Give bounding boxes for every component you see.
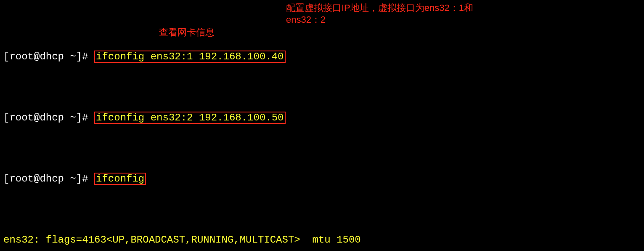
cmd-ifconfig: ifconfig xyxy=(94,173,146,185)
cmd-line-1: [root@dhcp ~]# ifconfig ens32:1 192.168.… xyxy=(3,51,641,63)
annotation-config-line1: 配置虚拟接口IP地址，虚拟接口为ens32：1和 xyxy=(286,3,473,13)
annotation-view-nic: 查看网卡信息 xyxy=(159,27,215,38)
cmd-ifconfig-set-2: ifconfig ens32:2 192.168.100.50 xyxy=(94,112,285,124)
annotation-config-line2: ens32：2 xyxy=(286,14,326,25)
cmd-ifconfig-set-1: ifconfig ens32:1 192.168.100.40 xyxy=(94,51,285,63)
terminal-output: [root@dhcp ~]# ifconfig ens32:1 192.168.… xyxy=(0,0,644,251)
ens32-head: ens32: flags=4163<UP,BROADCAST,RUNNING,M… xyxy=(3,234,641,246)
shell-prompt: [root@dhcp ~]# xyxy=(3,51,94,62)
cmd-line-2: [root@dhcp ~]# ifconfig ens32:2 192.168.… xyxy=(3,112,641,124)
shell-prompt: [root@dhcp ~]# xyxy=(3,173,94,184)
shell-prompt: [root@dhcp ~]# xyxy=(3,112,94,123)
cmd-line-3: [root@dhcp ~]# ifconfig xyxy=(3,173,641,185)
